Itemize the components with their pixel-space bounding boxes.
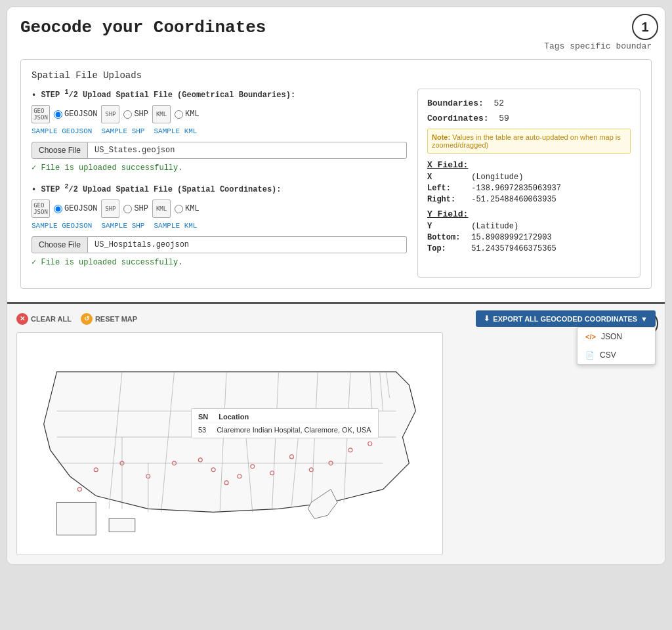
reset-map-btn[interactable]: ↺ RESET MAP	[81, 313, 137, 325]
sample-kml-link-1[interactable]: SAMPLE KML	[154, 127, 197, 135]
download-icon: ⬇	[484, 314, 490, 323]
sample-shp-link-2[interactable]: SAMPLE SHP	[101, 222, 144, 230]
tooltip-header: SN Location	[198, 413, 371, 423]
step1-file-input-row: Choose File US_States.geojson	[32, 142, 407, 159]
tooltip-data-row: 53 Claremore Indian Hospital, Claremore,…	[198, 426, 371, 434]
json-icon: </>	[585, 333, 596, 341]
y-key: Y	[427, 222, 467, 231]
step1-sample-links: SAMPLE GEOJSON SAMPLE SHP SAMPLE KML	[32, 127, 407, 135]
export-csv-item[interactable]: 📄 CSV	[578, 346, 655, 364]
export-btn[interactable]: ⬇ EXPORT ALL GEOCODED COORDINATES ▼	[476, 310, 656, 327]
left-col: • STEP 1/2 Upload Spatial File (Geometri…	[32, 89, 407, 278]
geojson-radio-2[interactable]: GEOJSON	[54, 204, 97, 213]
boundaries-label: Boundaries:	[427, 98, 484, 108]
toolbar-left: ✕ CLEAR ALL ↺ RESET MAP	[16, 313, 137, 325]
export-dropdown-menu: </> JSON 📄 CSV	[577, 327, 656, 365]
bottom-value: 15.89089992172903	[471, 233, 551, 242]
export-dropdown: ⬇ EXPORT ALL GEOCODED COORDINATES ▼ </> …	[476, 310, 656, 327]
kml-label-2: KML	[185, 204, 200, 213]
y-value: (Latitude)	[471, 222, 518, 231]
shp-label-2: SHP	[134, 204, 148, 213]
kml-radio-1[interactable]: KML	[175, 110, 200, 119]
choose-file-btn-2[interactable]: Choose File	[32, 236, 88, 253]
shp-radio-input-1[interactable]	[123, 110, 132, 119]
toolbar-row: ✕ CLEAR ALL ↺ RESET MAP ⬇ EXPORT ALL GEO…	[16, 310, 656, 327]
section-1: Geocode your Coordinates Tags specific b…	[7, 7, 665, 304]
shp-radio-input-2[interactable]	[123, 205, 132, 213]
export-csv-label: CSV	[600, 350, 616, 360]
step2-block: • STEP 2/2 Upload Spatial File (Spatial …	[32, 183, 407, 267]
map-tooltip: SN Location 53 Claremore Indian Hospital…	[191, 408, 379, 438]
sample-shp-link-1[interactable]: SAMPLE SHP	[101, 127, 144, 135]
kml-radio-2[interactable]: KML	[175, 204, 200, 213]
export-json-label: JSON	[601, 332, 622, 341]
geojson-radio-1[interactable]: GEOJSON	[54, 110, 97, 119]
shp-icon-2: SHP	[101, 200, 119, 218]
geojson-label-2: GEOJSON	[64, 204, 97, 213]
sample-geojson-link-2[interactable]: SAMPLE GEOJSON	[32, 222, 92, 230]
note-body: Values in the table are auto-updated on …	[432, 133, 621, 149]
us-map-svg	[17, 333, 442, 555]
step1-text: Upload Spatial File (Geometrical Boundar…	[83, 91, 295, 100]
step1-label: • STEP 1/2 Upload Spatial File (Geometri…	[32, 89, 407, 100]
sample-geojson-link-1[interactable]: SAMPLE GEOJSON	[32, 127, 92, 135]
shp-radio-1[interactable]: SHP	[123, 110, 148, 119]
x-key: X	[427, 173, 467, 182]
y-row: Y (Latitude)	[427, 222, 631, 231]
left-value: -138.96972835063937	[471, 184, 561, 193]
geojson-icon-1: GEOJSON	[32, 105, 50, 123]
shp-icon-1: SHP	[101, 105, 119, 123]
step2-sample-links: SAMPLE GEOJSON SAMPLE SHP SAMPLE KML	[32, 222, 407, 230]
kml-label-1: KML	[185, 110, 200, 119]
step2-step-word: STEP	[41, 185, 64, 194]
spatial-title: Spatial File Uploads	[32, 70, 640, 81]
bottom-key: Bottom:	[427, 233, 467, 242]
clear-all-label: CLEAR ALL	[31, 315, 72, 323]
svg-rect-18	[109, 518, 135, 532]
csv-icon: 📄	[585, 351, 595, 360]
reset-icon: ↺	[81, 313, 93, 325]
geojson-radio-input-2[interactable]	[54, 205, 62, 213]
kml-icon-1: KML	[152, 105, 171, 123]
step2-file-name: US_Hospitals.geojson	[88, 236, 407, 253]
clear-all-btn[interactable]: ✕ CLEAR ALL	[16, 313, 72, 325]
step2-denom: /2	[68, 185, 83, 194]
top-key: Top:	[427, 244, 467, 253]
shp-radio-2[interactable]: SHP	[123, 204, 148, 213]
tooltip-sn: 53	[198, 426, 206, 434]
svg-rect-17	[57, 502, 96, 535]
top-value: 51.243579466375365	[471, 244, 556, 253]
step2-label: • STEP 2/2 Upload Spatial File (Spatial …	[32, 183, 407, 194]
map-container[interactable]: SN Location 53 Claremore Indian Hospital…	[16, 332, 443, 555]
step1-block: • STEP 1/2 Upload Spatial File (Geometri…	[32, 89, 407, 173]
top-row: Top: 51.243579466375365	[427, 244, 631, 253]
reset-map-label: RESET MAP	[95, 315, 137, 323]
left-key: Left:	[427, 184, 467, 193]
step1-step-word: STEP	[41, 91, 64, 100]
step2-file-input-row: Choose File US_Hospitals.geojson	[32, 236, 407, 253]
coordinates-label: Coordinates:	[427, 114, 489, 123]
choose-file-btn-1[interactable]: Choose File	[32, 142, 88, 159]
x-row: X (Longitude)	[427, 173, 631, 182]
right-key: Right:	[427, 195, 467, 204]
shp-label-1: SHP	[134, 110, 148, 119]
kml-radio-input-1[interactable]	[175, 110, 183, 119]
export-json-item[interactable]: </> JSON	[578, 327, 655, 346]
kml-radio-input-2[interactable]	[175, 205, 183, 213]
section-2: 2 ✕ CLEAR ALL ↺ RESET MAP ⬇ EXPORT ALL G…	[7, 304, 665, 564]
x-field-header: X Field:	[427, 160, 631, 170]
geojson-radio-input-1[interactable]	[54, 110, 62, 119]
step1-file-type-row: GEOJSON GEOJSON SHP SHP	[32, 105, 407, 123]
tooltip-loc: Claremore Indian Hospital, Claremore, OK…	[217, 426, 371, 434]
spatial-panel: Spatial File Uploads • STEP 1/2 Upload S…	[20, 59, 652, 289]
main-container: Geocode your Coordinates Tags specific b…	[7, 7, 665, 565]
step2-success-msg: ✓ File is uploaded successfully.	[32, 257, 407, 267]
chevron-down-icon: ▼	[640, 315, 648, 323]
boundaries-row: Boundaries: 52	[427, 98, 631, 108]
right-row: Right: -51.25488460063935	[427, 195, 631, 204]
coordinates-value: 59	[499, 114, 509, 123]
two-col: • STEP 1/2 Upload Spatial File (Geometri…	[32, 89, 640, 278]
kml-icon-2: KML	[152, 200, 171, 218]
sample-kml-link-2[interactable]: SAMPLE KML	[154, 222, 197, 230]
tooltip-col2: Location	[219, 413, 249, 421]
